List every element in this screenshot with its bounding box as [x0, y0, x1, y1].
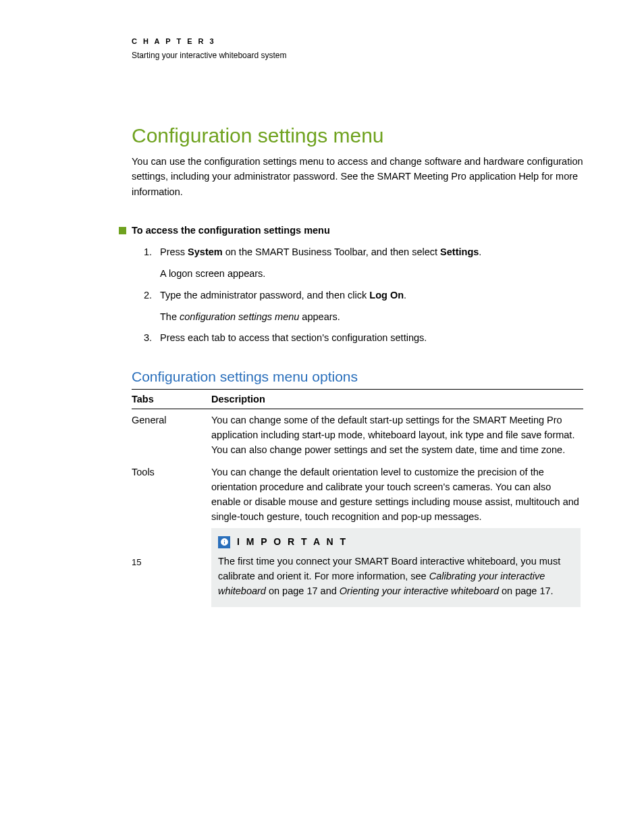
chapter-label: C H A P T E R 3	[132, 37, 583, 45]
section-heading: Configuration settings menu options	[132, 369, 583, 385]
step-text: Type the administrator password, and the…	[160, 290, 406, 301]
page: C H A P T E R 3 Starting your interactiv…	[0, 0, 644, 611]
chapter-subtitle: Starting your interactive whiteboard sys…	[132, 51, 583, 60]
procedure: To access the configuration settings men…	[132, 225, 583, 346]
page-title: Configuration settings menu	[132, 124, 583, 147]
intro-paragraph: You can use the configuration settings m…	[132, 154, 583, 199]
procedure-list: 1. Press System on the SMART Business To…	[160, 245, 583, 346]
step-number: 1.	[144, 245, 152, 260]
step-number: 3.	[144, 331, 152, 346]
table-row: General You can change some of the defau…	[132, 409, 583, 462]
table-cell-desc: You can change some of the default start…	[211, 409, 583, 462]
bullet-square-icon	[119, 227, 126, 234]
table-cell-tab: Tools	[132, 461, 211, 610]
important-label: I M P O R T A N T	[237, 535, 348, 549]
procedure-step: 3. Press each tab to access that section…	[160, 331, 583, 346]
page-number: 15	[132, 557, 141, 567]
procedure-step: 2. Type the administrator password, and …	[160, 288, 583, 325]
info-icon	[218, 536, 230, 548]
table-header-tabs: Tabs	[132, 390, 211, 409]
important-text: The first time you connect your SMART Bo…	[218, 554, 574, 598]
step-text: Press System on the SMART Business Toolb…	[160, 246, 481, 257]
table-row: Tools You can change the default orienta…	[132, 461, 583, 610]
procedure-step: 1. Press System on the SMART Business To…	[160, 245, 583, 282]
step-number: 2.	[144, 288, 152, 303]
table-cell-tab: General	[132, 409, 211, 462]
step-sub: The configuration settings menu appears.	[160, 310, 583, 325]
step-sub: A logon screen appears.	[160, 267, 583, 282]
step-text: Press each tab to access that section's …	[160, 332, 427, 343]
procedure-heading: To access the configuration settings men…	[132, 225, 583, 236]
important-note: I M P O R T A N T The first time you con…	[211, 528, 581, 606]
options-table: Tabs Description General You can change …	[132, 389, 583, 611]
table-header-description: Description	[211, 390, 583, 409]
table-cell-desc: You can change the default orientation l…	[211, 461, 583, 610]
